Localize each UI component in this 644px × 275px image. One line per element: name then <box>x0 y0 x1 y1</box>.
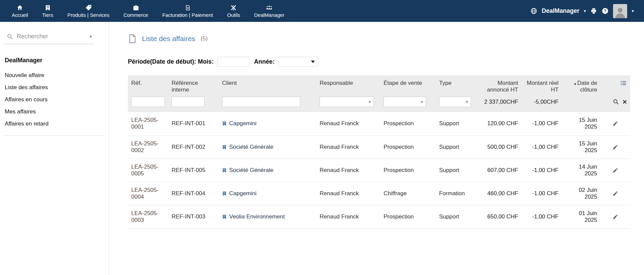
header-etape[interactable]: Étape de vente <box>380 75 436 95</box>
page-layout: ▾ DealManager Nouvelle affaire Liste des… <box>0 22 644 275</box>
cell-ref-interne: REF-INT-003 <box>168 205 219 228</box>
total-montant-annonce: 2 337,00CHF <box>474 95 522 112</box>
clear-filter-icon[interactable]: × <box>622 98 627 106</box>
header-montant-annonce[interactable]: Montant annoncé HT <box>474 75 522 95</box>
edit-icon[interactable] <box>604 191 627 197</box>
header-client[interactable]: Client <box>219 75 316 95</box>
cell-client[interactable]: Capgemini <box>219 182 316 205</box>
cell-client[interactable]: Capgemini <box>219 112 316 135</box>
table-header-row: Réf. Référence interne Client Responsabl… <box>128 75 630 95</box>
header-view-options[interactable] <box>601 75 630 95</box>
record-count: (5) <box>201 35 208 42</box>
sidebar-item-affaires-en-retard[interactable]: Affaires en retard <box>5 118 109 130</box>
print-icon[interactable] <box>590 7 597 14</box>
apply-filter-search-icon[interactable] <box>613 99 619 105</box>
search-input[interactable] <box>16 33 86 40</box>
table-row[interactable]: LEA-2505-0004 REF-INT-004 Capgemini Rena… <box>128 182 630 205</box>
total-montant-reel: -5,00CHF <box>522 95 562 112</box>
nav-label: Outils <box>227 12 240 18</box>
header-ref-interne[interactable]: Référence interne <box>168 75 219 95</box>
cell-ref[interactable]: LEA-2505-0004 <box>128 182 168 205</box>
cell-date-cloture: 14 Juin 2025 <box>562 159 601 182</box>
search-dropdown-chevron-icon[interactable]: ▾ <box>90 34 92 39</box>
app-selector[interactable]: DealManager <box>542 7 579 14</box>
cell-ref[interactable]: LEA-2505-0005 <box>128 159 168 182</box>
cell-date-cloture: 15 Juin 2025 <box>562 112 601 135</box>
cell-responsable: Renaud Franck <box>316 182 380 205</box>
building-icon <box>222 121 227 126</box>
filter-responsable-select[interactable]: ▾ <box>320 97 374 107</box>
cell-date-cloture: 01 Juin 2025 <box>562 205 601 228</box>
sort-asc-icon: ▴ <box>574 81 576 86</box>
building-icon <box>222 145 227 149</box>
chevron-down-icon[interactable]: ▾ <box>584 9 586 13</box>
cell-montant-reel: -1,00 CHF <box>522 205 562 228</box>
edit-icon[interactable] <box>604 144 627 150</box>
filter-client-input[interactable] <box>222 97 300 107</box>
sidebar-divider <box>4 135 105 136</box>
sidebar-item-affaires-en-cours[interactable]: Affaires en cours <box>5 94 109 106</box>
cell-client[interactable]: Veolia Environnement <box>219 205 316 228</box>
table-filter-row: ▾ ▾ ▾ 2 337,00CHF -5,00CHF × <box>128 95 630 112</box>
nav-outils[interactable]: Outils <box>220 0 247 22</box>
cell-client[interactable]: Société Générale <box>219 135 316 159</box>
client-name: Société Générale <box>229 167 273 174</box>
period-filter-bar: Période(Date de début): Mois: Année: <box>128 57 644 67</box>
cell-ref[interactable]: LEA-2505-0001 <box>128 112 168 135</box>
table-row[interactable]: LEA-2505-0002 REF-INT-002 Société Généra… <box>128 135 630 159</box>
edit-icon[interactable] <box>604 214 627 220</box>
table-row[interactable]: LEA-2505-0001 REF-INT-001 Capgemini Rena… <box>128 112 630 135</box>
header-type[interactable]: Type <box>436 75 474 95</box>
globe-icon <box>530 7 537 14</box>
table-row[interactable]: LEA-2505-0003 REF-INT-003 Veolia Environ… <box>128 205 630 228</box>
period-label: Période(Date de début): Mois: <box>128 58 214 65</box>
filter-ref-interne-input[interactable] <box>172 97 205 107</box>
cell-client[interactable]: Société Générale <box>219 159 316 182</box>
nav-label: Produits | Services <box>67 12 109 18</box>
building-icon <box>222 168 227 173</box>
cell-montant-annonce: 607,00 CHF <box>474 159 522 182</box>
header-montant-reel[interactable]: Montant réel HT <box>522 75 562 95</box>
cell-ref[interactable]: LEA-2505-0002 <box>128 135 168 159</box>
nav-commerce[interactable]: Commerce <box>116 0 155 22</box>
nav-accueil[interactable]: Accueil <box>5 0 35 22</box>
nav-produits-services[interactable]: Produits | Services <box>60 0 116 22</box>
nav-tiers[interactable]: Tiers <box>35 0 60 22</box>
header-responsable[interactable]: Responsable <box>316 75 380 95</box>
help-icon[interactable]: ? <box>602 7 609 14</box>
header-ref[interactable]: Réf. <box>128 75 168 95</box>
topnav-right: DealManager ▾ ? ▾ <box>530 0 644 22</box>
cell-etape: Prospection <box>380 135 436 159</box>
avatar[interactable] <box>613 4 627 18</box>
building-icon <box>222 214 227 219</box>
list-icon[interactable] <box>604 80 627 87</box>
cell-etape: Prospection <box>380 112 436 135</box>
sidebar-item-liste-des-affaires[interactable]: Liste des affaires <box>5 81 109 94</box>
edit-icon[interactable] <box>604 167 627 173</box>
filter-ref-input[interactable] <box>131 97 165 107</box>
building-icon <box>45 4 51 11</box>
sidebar-section-title: DealManager <box>5 57 109 64</box>
month-input[interactable] <box>217 57 249 67</box>
tools-icon <box>230 4 237 11</box>
header-date-cloture[interactable]: ▴Date de clôture <box>562 75 601 95</box>
cell-ref[interactable]: LEA-2505-0003 <box>128 205 168 228</box>
select-caret-icon <box>311 61 315 63</box>
edit-icon[interactable] <box>604 121 627 127</box>
user-menu-chevron-icon[interactable]: ▾ <box>632 9 634 13</box>
filter-type-select[interactable]: ▾ <box>439 97 471 107</box>
svg-text:?: ? <box>604 9 606 13</box>
nav-facturation-paiement[interactable]: Facturation | Paiement <box>155 0 220 22</box>
year-select[interactable] <box>278 57 318 67</box>
table-row[interactable]: LEA-2505-0005 REF-INT-005 Société Généra… <box>128 159 630 182</box>
cell-montant-reel: -1,00 CHF <box>522 182 562 205</box>
nav-dealmanager[interactable]: DealManager <box>247 0 291 22</box>
filter-etape-select[interactable]: ▾ <box>384 97 426 107</box>
cell-montant-reel: -1,00 CHF <box>522 112 562 135</box>
nav-label: Commerce <box>123 12 148 18</box>
sidebar-item-nouvelle-affaire[interactable]: Nouvelle affaire <box>5 69 109 81</box>
page-title[interactable]: Liste des affaires <box>142 35 195 43</box>
sidebar-item-mes-affaires[interactable]: Mes affaires <box>5 106 109 118</box>
search-icon <box>7 33 13 40</box>
cell-responsable: Renaud Franck <box>316 205 380 228</box>
